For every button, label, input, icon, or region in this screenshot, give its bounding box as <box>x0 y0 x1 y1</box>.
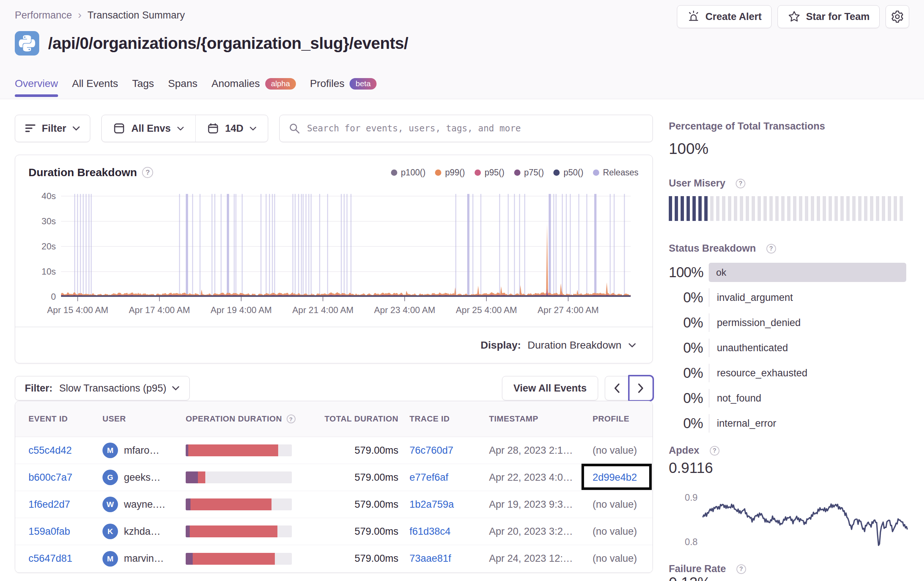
user-misery-heading: User Misery? <box>669 178 909 189</box>
timestamp: Apr 22, 2023 4:0… <box>489 472 592 483</box>
tab-label: Anomalies <box>211 78 260 89</box>
operation-duration-bar <box>186 498 292 510</box>
slow-transactions-filter-dropdown[interactable]: Filter: Slow Transactions (p95) <box>15 376 190 401</box>
event-id-link[interactable]: c5647d81 <box>28 553 73 564</box>
event-id-link[interactable]: c55c4d42 <box>28 445 72 456</box>
legend-label: p100() <box>401 168 426 178</box>
previous-page-button[interactable] <box>605 376 629 400</box>
event-id-link[interactable]: b600c7a7 <box>28 472 73 483</box>
failure-rate-value: 0.12% <box>669 574 909 581</box>
date-range-dropdown[interactable]: 14D <box>195 115 268 142</box>
filter-dropdown[interactable]: Filter <box>15 115 90 142</box>
tab-all-events[interactable]: All Events <box>72 78 118 97</box>
misery-stripe-empty <box>769 196 773 221</box>
calendar-icon <box>207 122 219 135</box>
search-input[interactable]: Search for events, users, tags, and more <box>279 115 653 142</box>
chart-title: Duration Breakdown <box>28 166 137 179</box>
svg-text:Apr 27 4:00 AM: Apr 27 4:00 AM <box>538 305 599 315</box>
trace-id-link[interactable]: e77ef6af <box>409 472 448 483</box>
filter-row: Filter All Envs 14D Search for events, u… <box>15 115 653 142</box>
breadcrumb-performance[interactable]: Performance <box>15 10 72 21</box>
operation-duration-bar <box>186 553 292 565</box>
misery-stripe-empty <box>876 196 879 221</box>
create-alert-button[interactable]: Create Alert <box>677 5 772 28</box>
user-cell: Wwayne.… <box>102 497 186 512</box>
misery-stripe-filled <box>693 196 696 221</box>
profile-no-value: (no value) <box>592 526 637 537</box>
status-bar-ok[interactable]: ok <box>709 263 906 282</box>
star-for-team-button[interactable]: Star for Team <box>777 5 879 28</box>
events-filter-value: Slow Transactions (p95) <box>59 382 167 394</box>
help-icon[interactable]: ? <box>736 179 745 189</box>
create-alert-label: Create Alert <box>705 11 762 23</box>
misery-stripe-empty <box>710 196 714 221</box>
legend-item-p95[interactable]: p95() <box>475 168 505 178</box>
legend-item-p75[interactable]: p75() <box>514 168 544 178</box>
settings-button[interactable] <box>886 5 909 28</box>
misery-stripe-empty <box>728 196 731 221</box>
display-dropdown[interactable]: Duration Breakdown <box>528 339 621 351</box>
status-zero-bar <box>709 364 710 382</box>
profile-link[interactable]: 2d99e4b2 <box>592 472 637 483</box>
date-range-label: 14D <box>225 123 244 134</box>
user-cell: Ggeeks… <box>102 470 186 485</box>
help-icon[interactable]: ? <box>710 446 719 455</box>
misery-stripe-empty <box>828 196 832 221</box>
tab-spans[interactable]: Spans <box>168 78 197 97</box>
status-row-invalid_argument: 0%invalid_argument <box>669 285 909 310</box>
legend-item-p50[interactable]: p50() <box>553 168 583 178</box>
legend-item-Releases[interactable]: Releases <box>593 168 639 178</box>
total-duration: 579.00ms <box>313 526 409 537</box>
username: wayne.… <box>124 499 166 510</box>
legend-dot <box>593 169 599 176</box>
trace-id-link[interactable]: 76c760d7 <box>409 445 454 456</box>
column-header-trace-id: Trace ID <box>409 414 489 424</box>
op-duration-p95-segment <box>190 498 272 510</box>
tab-profiles[interactable]: Profilesbeta <box>310 78 376 97</box>
star-icon <box>787 10 801 23</box>
legend-item-p100[interactable]: p100() <box>391 168 426 178</box>
duration-breakdown-chart[interactable]: 40s30s20s10s0Apr 15 4:00 AMApr 17 4:00 A… <box>15 188 652 327</box>
view-all-events-button[interactable]: View All Events <box>502 376 598 401</box>
star-for-team-label: Star for Team <box>806 11 870 23</box>
status-zero-bar <box>709 414 710 433</box>
tab-anomalies[interactable]: Anomaliesalpha <box>211 78 296 97</box>
pct-total-heading: Percentage of Total Transactions <box>669 121 909 132</box>
tab-label: Profiles <box>310 78 344 89</box>
trace-id-link[interactable]: 1b2a759a <box>409 499 454 510</box>
trace-id-link[interactable]: f61d38c4 <box>409 526 450 537</box>
top-actions: Create Alert Star for Team <box>677 5 909 28</box>
misery-stripe-empty <box>734 196 737 221</box>
event-id-link[interactable]: 159a0fab <box>28 526 70 537</box>
legend-item-p99[interactable]: p99() <box>435 168 465 178</box>
operation-duration-bar <box>186 472 292 483</box>
help-icon[interactable]: ? <box>142 167 153 178</box>
column-header-profile: Profile <box>592 414 652 424</box>
op-duration-p75-segment <box>186 553 193 565</box>
status-breakdown-list: 100%ok0%invalid_argument0%permission_den… <box>669 260 909 436</box>
total-duration: 579.00ms <box>313 553 409 564</box>
misery-stripe-empty <box>805 196 808 221</box>
legend-label: Releases <box>603 168 639 178</box>
avatar: W <box>102 497 118 512</box>
svg-text:30s: 30s <box>41 216 56 226</box>
status-percent: 0% <box>669 391 703 406</box>
help-icon[interactable]: ? <box>766 244 776 253</box>
help-icon[interactable]: ? <box>287 414 295 423</box>
events-filter-label: Filter: <box>25 382 53 394</box>
help-icon[interactable]: ? <box>736 564 746 574</box>
misery-stripe-empty <box>852 196 856 221</box>
op-duration-p95-segment <box>188 444 278 456</box>
tab-label: Tags <box>132 78 154 89</box>
tab-tags[interactable]: Tags <box>132 78 154 97</box>
op-duration-p75-segment <box>186 525 190 537</box>
trace-id-link[interactable]: 73aae81f <box>409 553 451 564</box>
legend-dot <box>553 169 559 176</box>
next-page-button[interactable] <box>629 376 652 400</box>
environment-dropdown[interactable]: All Envs <box>102 115 195 142</box>
event-id-link[interactable]: 1f6ed2d7 <box>28 499 70 510</box>
misery-stripe-empty <box>858 196 861 221</box>
tab-overview[interactable]: Overview <box>15 78 58 97</box>
svg-text:20s: 20s <box>41 241 56 251</box>
status-name: resource_exhausted <box>717 367 807 379</box>
